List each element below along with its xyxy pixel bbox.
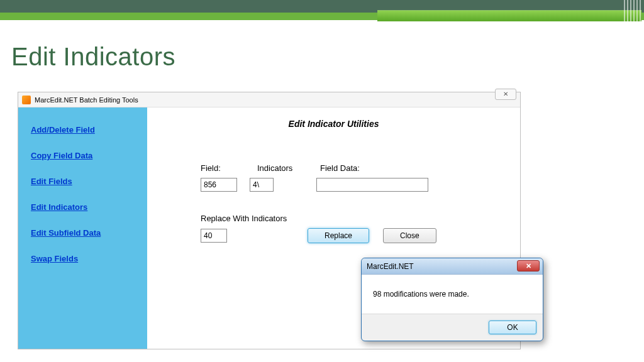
ok-button[interactable]: OK — [489, 321, 536, 334]
sidebar-item-edit-fields[interactable]: Edit Fields — [31, 177, 135, 186]
input-replace-with[interactable] — [201, 229, 227, 243]
replace-button[interactable]: Replace — [308, 228, 369, 243]
slide-header-stripe — [0, 0, 644, 18]
sidebar-item-swap-fields[interactable]: Swap Fields — [31, 254, 135, 263]
sidebar: Add/Delete Field Copy Field Data Edit Fi… — [18, 107, 147, 349]
input-field-data[interactable] — [316, 178, 428, 192]
sidebar-item-add-delete-field[interactable]: Add/Delete Field — [31, 125, 135, 134]
sidebar-item-edit-indicators[interactable]: Edit Indicators — [31, 202, 135, 212]
sidebar-item-edit-subfield-data[interactable]: Edit Subfield Data — [31, 228, 135, 238]
app-icon — [22, 96, 31, 104]
slide-title: Edit Indicators — [11, 43, 175, 71]
message-box-footer: OK — [362, 314, 543, 341]
label-field: Field: — [201, 163, 245, 173]
message-box-title: MarcEdit.NET — [367, 262, 414, 271]
message-box: MarcEdit.NET ✕ 98 modifications were mad… — [361, 258, 543, 341]
window-close-button[interactable]: ✕ — [495, 89, 516, 100]
message-box-body: 98 modifications were made. — [362, 275, 543, 314]
label-field-data: Field Data: — [320, 163, 433, 173]
close-button[interactable]: Close — [383, 228, 436, 243]
label-replace-with: Replace With Indicators — [201, 214, 501, 223]
green-accent-bar-bright — [377, 10, 641, 21]
message-box-close-button[interactable]: ✕ — [517, 260, 540, 272]
sidebar-item-copy-field-data[interactable]: Copy Field Data — [31, 151, 135, 160]
label-indicators: Indicators — [257, 163, 308, 173]
message-box-text: 98 modifications were made. — [373, 290, 469, 299]
panel-title: Edit Indicator Utilities — [166, 119, 501, 129]
input-indicators[interactable] — [250, 178, 274, 192]
window-title: MarcEdit.NET Batch Editing Tools — [35, 96, 138, 104]
decorative-stripes — [624, 0, 643, 35]
message-box-titlebar: MarcEdit.NET ✕ — [362, 258, 543, 275]
titlebar: MarcEdit.NET Batch Editing Tools ✕ — [18, 92, 520, 107]
input-field[interactable] — [201, 178, 237, 192]
